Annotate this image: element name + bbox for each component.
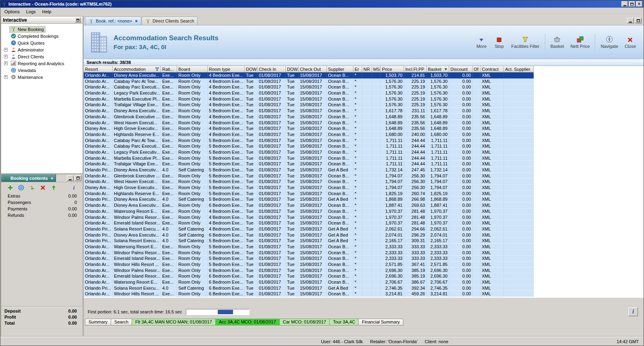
tree-item-body[interactable]: New Booking — [9, 26, 45, 33]
tab-close-icon[interactable]: × — [135, 19, 138, 23]
basket-button[interactable]: Basket — [548, 34, 567, 50]
column-header-price[interactable]: Price — [381, 66, 404, 72]
more-button[interactable]: More — [473, 34, 490, 50]
table-row[interactable]: Orlando Ar...Windsor Palms Resor...Exe..… — [84, 250, 534, 256]
table-row[interactable]: Orlando Ar...Marbella Executive Pl...Exe… — [84, 155, 534, 161]
column-header-room-type[interactable]: Room type — [208, 66, 245, 72]
info-button[interactable]: i — [628, 307, 638, 316]
pane-minimize-button[interactable] — [67, 175, 74, 181]
table-row[interactable]: Orlando Ar...Windsor Hills Resort ...Exe… — [84, 291, 534, 297]
close-button[interactable]: Close — [622, 34, 639, 50]
menu-logs[interactable]: Logs — [23, 8, 39, 15]
bottom-tab-flt-3a-4c-man-mco-man-01-08-2017[interactable]: Flt 3A,4C MAN MCO MAN; 01/08/2017 — [132, 319, 216, 325]
table-row[interactable]: Orlando Ar...Calabay Parc Executi...Exe.… — [84, 143, 534, 149]
column-header-basket[interactable]: Basket — [427, 66, 449, 72]
table-row[interactable]: Orlando Ar...Marbella Executive Pl...Exe… — [84, 96, 534, 102]
sidebar-item-completed-bookings[interactable]: Completed Bookings — [1, 33, 83, 39]
column-header-accommodation[interactable]: Accommodation — [113, 66, 161, 72]
column-header-dow[interactable]: DOW — [245, 66, 258, 72]
sidebar-item-reporting-and-analytics[interactable]: +Reporting and Analytics — [1, 60, 83, 67]
column-header-resort[interactable]: Resort — [84, 66, 113, 72]
sidebar-item-maintenance[interactable]: +Maintenance — [1, 74, 83, 80]
table-row[interactable]: Orlando Ar...Disney Area Executiv...Exe.… — [84, 108, 534, 114]
column-header-act-supplier[interactable]: Act. Supplier — [504, 66, 534, 72]
column-header-nr[interactable]: NR — [362, 66, 372, 72]
sidebar-item-new-booking[interactable]: New Booking — [1, 26, 83, 33]
sidebar-item-quick-quotes[interactable]: Quick Quotes — [1, 39, 83, 46]
table-row[interactable]: Orlando Ar...Trafalgar Village Exe...Exe… — [84, 102, 534, 108]
column-header-check-in[interactable]: Check In — [258, 66, 286, 72]
nett-price-button[interactable]: Nett Price — [568, 34, 592, 50]
table-row[interactable]: Orlando Ar...Emerald Island Resor...Exe.… — [84, 273, 534, 279]
stop-button[interactable]: Stop — [491, 34, 508, 50]
table-row[interactable]: Orlando Ar...Legacy Park Executiv...Exe.… — [84, 90, 534, 96]
column-header-ms[interactable]: MS — [372, 66, 381, 72]
pane-restore-button[interactable] — [74, 175, 81, 181]
column-header-er[interactable]: Er — [353, 66, 362, 72]
table-row[interactable]: Orlando Ar...Glenbrook Executive ...Exe.… — [84, 114, 534, 120]
sidebar-item-viewdata[interactable]: Viewdata — [1, 67, 83, 74]
table-row[interactable]: Orlando Ar...Disney Area Executiv...Exe.… — [84, 202, 534, 208]
close-button[interactable]: × — [636, 1, 642, 7]
table-row[interactable]: Orlando Ar...Watersong Resort E...Exe...… — [84, 208, 534, 214]
table-row[interactable]: Orlando Pri...Solana Resort Execu...4.0S… — [84, 226, 534, 232]
column-header-supplier[interactable]: Supplier — [327, 66, 353, 72]
booking-contents-tab[interactable]: Booking contents × — [1, 174, 56, 182]
expand-icon[interactable]: + — [4, 55, 8, 58]
table-row[interactable]: Orlando Ar...Watersong Resort E...Exe...… — [84, 279, 534, 285]
column-header-discount[interactable]: Discount — [449, 66, 473, 72]
menu-options[interactable]: Options — [1, 8, 23, 15]
info-button[interactable]: i — [70, 183, 78, 192]
sidebar-item-administrator[interactable]: +Administrator — [1, 46, 83, 53]
pane-collapse-button[interactable] — [75, 17, 81, 23]
table-row[interactable]: Orlando Ar...Calabay Parc At Tow...Exe..… — [84, 138, 534, 144]
table-row[interactable]: Orlando Ar...Legacy Park Executiv...Exe.… — [84, 149, 534, 155]
tree-item-body[interactable]: Quick Quotes — [9, 40, 46, 46]
table-row[interactable]: Orlando Ar...Disney Area Executiv...Exe.… — [84, 72, 534, 78]
table-row[interactable]: Orlando Pri...Disney Area Executiv...4.0… — [84, 196, 534, 202]
table-row[interactable]: Disney Are...High Grove Executiv...Exe..… — [84, 126, 534, 132]
expand-icon[interactable]: + — [4, 62, 8, 65]
import-button[interactable] — [28, 183, 36, 192]
table-row[interactable]: Orlando Ar...Windsor Palms Resor...Exe..… — [84, 214, 534, 220]
table-row[interactable]: Orlando Ar...Highlands Reserve E...Exe..… — [84, 132, 534, 138]
table-row[interactable]: Orlando Ar...Highlands Reserve E...Exe..… — [84, 191, 534, 197]
export-button[interactable] — [50, 183, 58, 192]
tree-item-body[interactable]: Reporting and Analytics — [9, 60, 66, 67]
expand-icon[interactable]: + — [4, 75, 8, 79]
table-row[interactable]: Orlando Ar...Calabay Parc Executi...Exe.… — [84, 84, 534, 90]
tree-item-body[interactable]: Viewdata — [9, 67, 37, 74]
sidebar-item-direct-clients[interactable]: +Direct Clients — [1, 53, 83, 60]
column-header-dow[interactable]: DOW — [286, 66, 299, 72]
bottom-tab-search[interactable]: Search — [111, 319, 132, 325]
navigate-button[interactable]: Navigate — [598, 34, 621, 50]
column-header-contract[interactable]: Contract — [481, 66, 504, 72]
table-row[interactable]: Orlando Ar...West Haven Executi...Exe...… — [84, 179, 534, 185]
column-header-board[interactable]: Board — [177, 66, 208, 72]
table-row[interactable]: Orlando Ar...Trafalgar Village Exe...Exe… — [84, 161, 534, 167]
tree-item-body[interactable]: Administrator — [9, 47, 45, 53]
table-row[interactable]: Orlando Ar...Windsor Palms Resor...Exe..… — [84, 268, 534, 274]
table-row[interactable]: Orlando Pri...Solana Resort Execu...4.0S… — [84, 238, 534, 244]
bottom-tab-financial-summary[interactable]: Financial Summary — [358, 319, 403, 325]
menu-help[interactable]: Help — [39, 8, 55, 15]
add-button[interactable] — [6, 183, 14, 192]
table-row[interactable]: Orlando Ar...Calabay Parc At Tow...Exe..… — [84, 78, 534, 84]
minimize-button[interactable] — [621, 1, 628, 7]
facilities-filter-button[interactable]: Facilities Filter — [508, 34, 542, 50]
tree-item-body[interactable]: Maintenance — [9, 74, 45, 80]
world-button[interactable] — [17, 183, 25, 192]
doc-restore-button[interactable] — [635, 18, 642, 23]
table-row[interactable]: Disney Are...High Grove Executiv...Exe..… — [84, 185, 534, 191]
table-row[interactable]: Orlando Ar...Watersong Resort E...Exe...… — [84, 244, 534, 250]
close-icon[interactable]: × — [51, 176, 53, 181]
tree-item-body[interactable]: Direct Clients — [9, 54, 45, 60]
table-row[interactable]: Orlando Pri...Disney Area Executiv...4.0… — [84, 167, 534, 173]
column-header-incl-fl-pp[interactable]: Incl.Fl.PP — [404, 66, 427, 72]
bottom-tab-summary[interactable]: Summary — [85, 319, 111, 325]
table-row[interactable]: Orlando Ar...Glenbrook Executive ...Exe.… — [84, 173, 534, 179]
table-row[interactable]: Orlando Ar...Emerald Island Resor...Exe.… — [84, 255, 534, 262]
bottom-tab-tour-3a-4c[interactable]: Tour 3A,4C — [329, 319, 359, 325]
column-header-check-out[interactable]: Check Out — [299, 66, 327, 72]
maximize-button[interactable] — [629, 1, 635, 7]
